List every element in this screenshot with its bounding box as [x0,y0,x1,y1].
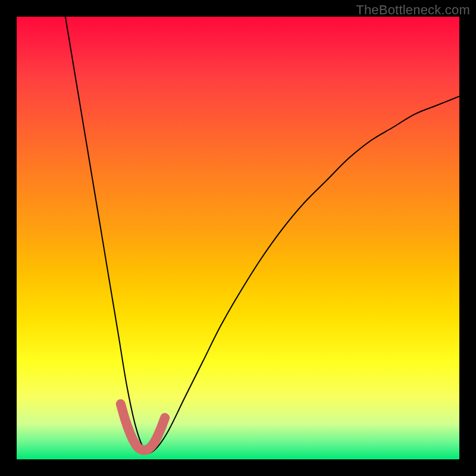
bottleneck-chart [17,17,459,459]
chart-area [17,17,459,459]
bottleneck-curve [65,17,459,453]
bottleneck-highlight [121,404,165,450]
watermark: TheBottleneck.com [356,2,470,18]
